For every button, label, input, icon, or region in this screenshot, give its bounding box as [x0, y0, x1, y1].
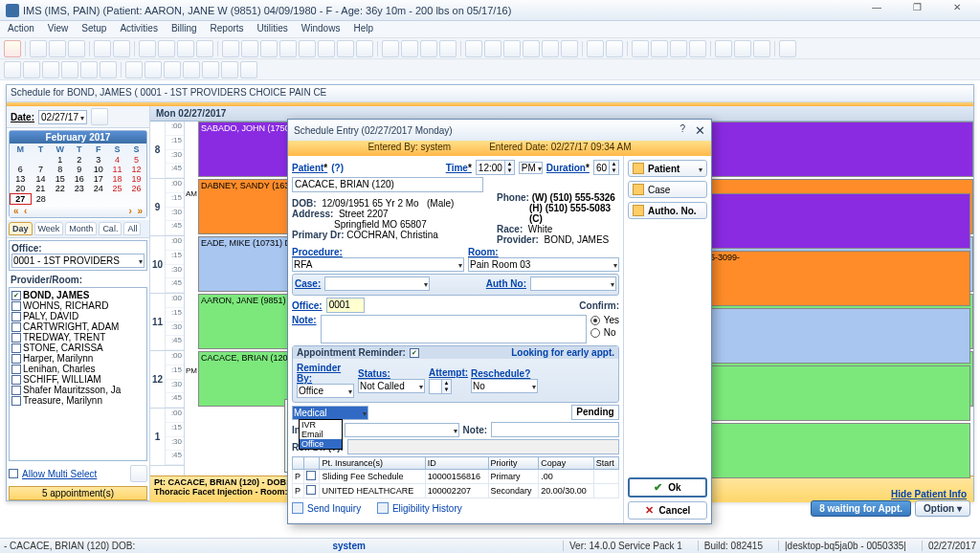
gear-icon[interactable] [130, 465, 147, 482]
appt-overflow[interactable] [691, 423, 970, 478]
case-button[interactable]: Case [628, 181, 707, 198]
tb-icon[interactable] [125, 61, 143, 78]
pending-button[interactable]: Pending [571, 405, 619, 420]
patient-input[interactable]: CACACE, BRIAN (120) [292, 177, 483, 192]
menu-utilities[interactable]: Utilities [257, 23, 288, 35]
tb-icon[interactable] [606, 40, 623, 57]
date-input[interactable]: 02/27/17 [38, 110, 87, 124]
refsource-select[interactable]: Medical [292, 406, 368, 420]
duration-input[interactable]: 60▲▼ [593, 160, 619, 175]
menu-billing[interactable]: Billing [171, 23, 197, 35]
appt-overflow[interactable] [691, 193, 970, 249]
tb-icon[interactable] [503, 40, 521, 57]
tb-icon[interactable] [420, 40, 437, 57]
eligibility-link[interactable]: Eligibility History [377, 502, 462, 514]
chevron-down-icon[interactable] [80, 112, 84, 122]
ampm-input[interactable]: PM [519, 162, 543, 174]
tb-icon[interactable] [753, 40, 770, 57]
menu-reports[interactable]: Reports [211, 23, 244, 35]
tb-icon[interactable] [318, 40, 335, 57]
patient-button[interactable]: Patient [628, 160, 707, 177]
tb-icon[interactable] [561, 40, 578, 57]
allow-multi-select[interactable]: Allow Multi Select [7, 463, 149, 484]
tb-icon[interactable] [651, 40, 668, 57]
tb-icon[interactable] [94, 40, 111, 57]
reminder-by-dropdown-open[interactable]: IVR Email Office [299, 419, 343, 450]
restore-button[interactable]: ❐ [900, 2, 934, 19]
tb-icon[interactable] [382, 40, 399, 57]
tb-icon[interactable] [164, 61, 181, 78]
ok-button[interactable]: ✔Ok [628, 477, 707, 498]
appt-overflow[interactable] [691, 365, 970, 421]
case-select[interactable] [324, 276, 430, 291]
auth-select[interactable] [530, 276, 616, 291]
menu-setup[interactable]: Setup [81, 23, 106, 35]
help-icon[interactable]: ? [679, 123, 685, 138]
menu-action[interactable]: Action [8, 23, 34, 35]
tb-icon[interactable] [260, 40, 278, 57]
tb-icon[interactable] [439, 40, 457, 57]
note-input[interactable] [321, 315, 587, 343]
tb-icon[interactable] [30, 40, 47, 57]
tb-icon[interactable] [80, 61, 98, 78]
tb-icon[interactable] [113, 40, 130, 57]
refdr-input[interactable] [347, 439, 619, 454]
ins-note-input[interactable] [491, 422, 619, 437]
menu-help[interactable]: Help [353, 23, 373, 35]
tb-icon[interactable] [158, 40, 175, 57]
appt-overflow[interactable]: 0-555-3099- [691, 251, 970, 306]
time-input[interactable]: 12:00▲▼ [476, 160, 515, 175]
menu-windows[interactable]: Windows [301, 23, 341, 35]
calendar-icon[interactable] [91, 108, 108, 125]
close-icon[interactable]: ✕ [695, 123, 705, 138]
tb-icon[interactable] [587, 40, 604, 57]
dropdown-option[interactable]: IVR [300, 420, 342, 430]
tb-icon[interactable] [632, 40, 649, 57]
tb-icon[interactable] [222, 40, 239, 57]
tb-icon[interactable] [221, 61, 238, 78]
room-select[interactable]: Pain Room 03 [468, 257, 619, 272]
tb-icon[interactable] [337, 40, 354, 57]
tb-icon[interactable] [100, 61, 117, 78]
menu-activities[interactable]: Activities [120, 23, 157, 35]
tb-icon[interactable] [484, 40, 501, 57]
tb-icon[interactable] [4, 61, 21, 78]
menu-view[interactable]: View [48, 23, 69, 35]
table-row[interactable]: PSliding Fee Schedule10000156816Primary.… [293, 470, 619, 484]
tb-icon[interactable] [240, 61, 257, 78]
tb-icon[interactable] [670, 40, 687, 57]
tb-icon[interactable] [4, 40, 21, 57]
reminder-by-select[interactable]: Office [297, 384, 354, 398]
tb-icon[interactable] [401, 40, 418, 57]
mini-calendar[interactable]: February 2017 MTWTFSS 12345 6789101112 1… [9, 130, 147, 218]
tb-icon[interactable] [779, 40, 796, 57]
tb-icon[interactable] [68, 40, 85, 57]
tb-icon[interactable] [299, 40, 316, 57]
office-input[interactable]: 0001 [326, 298, 365, 313]
appt-overflow[interactable] [691, 308, 970, 364]
tb-icon[interactable] [202, 61, 219, 78]
cancel-button[interactable]: ✕Cancel [628, 501, 707, 520]
dropdown-option[interactable]: Office [300, 439, 342, 449]
tb-icon[interactable] [145, 61, 162, 78]
send-inquiry-link[interactable]: Send Inquiry [292, 502, 361, 514]
tb-icon[interactable] [139, 40, 156, 57]
reminder-status-select[interactable]: Not Called [358, 379, 425, 393]
reminder-checkbox[interactable] [410, 348, 419, 358]
table-row[interactable]: PUNITED HEALTHCARE100002207Secondary20.0… [293, 484, 619, 498]
tb-icon[interactable] [183, 61, 200, 78]
waiting-appt-button[interactable]: 8 waiting for Appt. [811, 500, 911, 517]
tb-icon[interactable] [734, 40, 751, 57]
tab-month[interactable]: Month [65, 222, 97, 235]
close-button[interactable]: ✕ [940, 2, 974, 19]
office-select[interactable]: 0001 - 1ST PROVIDERS [11, 254, 145, 268]
provider-tree[interactable]: BOND, JAMES WOHNS, RICHARD PALY, DAVID C… [9, 287, 147, 461]
tb-icon[interactable] [196, 40, 213, 57]
tb-icon[interactable] [177, 40, 194, 57]
patient-label[interactable]: Patient [292, 163, 327, 173]
tb-icon[interactable] [465, 40, 482, 57]
tb-icon[interactable] [241, 40, 258, 57]
tab-all[interactable]: All [123, 222, 141, 235]
confirm-yes[interactable]: Yes [590, 315, 619, 325]
tb-icon[interactable] [542, 40, 559, 57]
